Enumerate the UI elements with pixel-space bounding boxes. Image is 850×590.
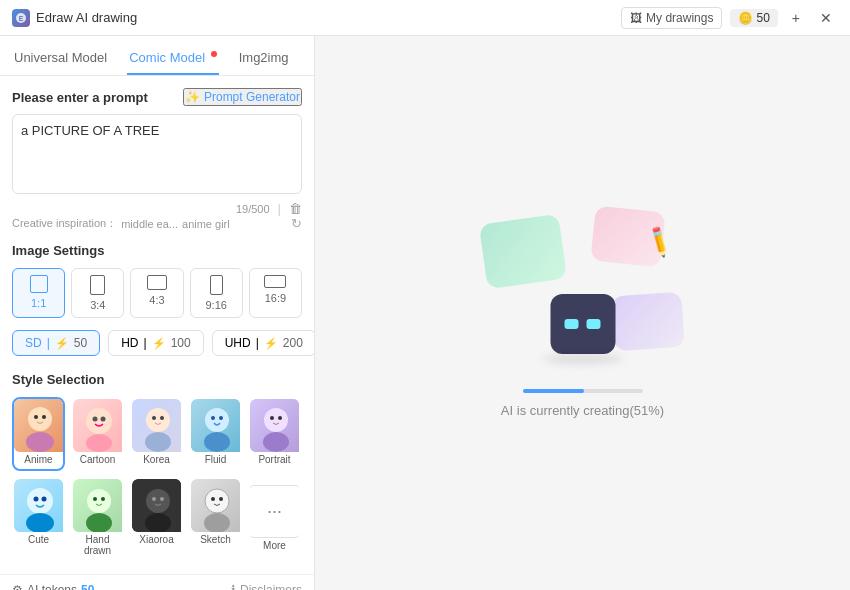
svg-point-18	[205, 408, 229, 432]
svg-point-45	[211, 497, 215, 501]
sd-lightning-icon: ⚡	[55, 337, 69, 350]
canvas-area: ✏️ AI is currently creating(51%)	[483, 209, 683, 418]
style-xiaoroa[interactable]: Xiaoroa	[130, 477, 183, 562]
prompt-label-row: Please enter a prompt ✨ Prompt Generator	[12, 88, 302, 106]
tab-img2img[interactable]: Img2img	[237, 44, 291, 75]
progress-section: AI is currently creating(51%)	[501, 389, 664, 418]
info-icon: ℹ	[231, 583, 236, 590]
titlebar: E Edraw AI drawing 🖼 My drawings 🪙 50 + …	[0, 0, 850, 36]
magic-icon: ✨	[185, 90, 200, 104]
ratio-9-16-icon	[210, 275, 223, 295]
clear-prompt-button[interactable]: 🗑	[289, 201, 302, 216]
svg-point-10	[93, 417, 98, 422]
tab-universal-model[interactable]: Universal Model	[12, 44, 109, 75]
ratio-3-4[interactable]: 3:4	[71, 268, 124, 318]
refresh-inspiration-button[interactable]: ↻	[291, 216, 302, 231]
ratio-16-9[interactable]: 16:9	[249, 268, 302, 318]
style-korea-label: Korea	[132, 452, 181, 469]
quality-uhd-button[interactable]: UHD | ⚡ 200	[212, 330, 315, 356]
svg-point-11	[101, 417, 106, 422]
svg-point-36	[101, 497, 105, 501]
inspiration-content: Creative inspiration： middle ea... anime…	[12, 216, 230, 231]
svg-point-3	[28, 407, 52, 431]
svg-point-25	[270, 416, 274, 420]
svg-point-30	[34, 497, 39, 502]
ai-tokens-icon: ⚙	[12, 583, 23, 590]
style-cartoon[interactable]: Cartoon	[71, 397, 124, 471]
svg-point-20	[211, 416, 215, 420]
style-sketch[interactable]: Sketch	[189, 477, 242, 562]
inspiration-tag-2[interactable]: anime girl	[182, 218, 230, 230]
style-portrait-img	[250, 399, 301, 452]
more-label: More	[263, 538, 286, 555]
style-xiaoroa-img	[132, 479, 183, 532]
svg-text:E: E	[19, 15, 24, 22]
quality-sd-button[interactable]: SD | ⚡ 50	[12, 330, 100, 356]
hd-lightning-icon: ⚡	[152, 337, 166, 350]
robot-body	[550, 294, 615, 354]
panel-content: Please enter a prompt ✨ Prompt Generator…	[0, 76, 314, 574]
style-fluid-img	[191, 399, 242, 452]
inspiration-tag-1[interactable]: middle ea...	[121, 218, 178, 230]
ratio-4-3[interactable]: 4:3	[130, 268, 183, 318]
svg-point-21	[219, 416, 223, 420]
inspiration-prefix: Creative inspiration：	[12, 216, 117, 231]
ratio-4-3-icon	[147, 275, 167, 290]
style-anime[interactable]: Anime	[12, 397, 65, 471]
robot-illustration: ✏️	[483, 209, 683, 369]
right-panel: ✏️ AI is currently creating(51%)	[315, 36, 850, 590]
style-cute[interactable]: Cute	[12, 477, 65, 562]
more-styles-item[interactable]: ···	[248, 485, 301, 538]
svg-point-28	[27, 488, 53, 514]
svg-point-38	[146, 489, 170, 513]
style-handdrawn[interactable]: Hand drawn	[71, 477, 124, 562]
left-panel: Universal Model Comic Model Img2img Plea…	[0, 36, 315, 590]
ai-token-count: 50	[81, 583, 94, 590]
ratio-1-1-icon	[30, 275, 48, 293]
svg-point-4	[26, 432, 54, 452]
svg-point-35	[93, 497, 97, 501]
style-anime-label: Anime	[14, 452, 63, 469]
close-button[interactable]: ✕	[814, 8, 838, 28]
card-purple	[611, 291, 685, 351]
add-button[interactable]: +	[786, 8, 806, 28]
ratio-9-16[interactable]: 9:16	[190, 268, 243, 318]
panel-footer: ⚙ AI tokens 50 ℹ Disclaimers	[0, 574, 314, 590]
style-cartoon-label: Cartoon	[73, 452, 122, 469]
svg-point-31	[42, 497, 47, 502]
my-drawings-button[interactable]: 🖼 My drawings	[621, 7, 722, 29]
ratio-1-1[interactable]: 1:1	[12, 268, 65, 318]
style-fluid-label: Fluid	[191, 452, 240, 469]
main-layout: Universal Model Comic Model Img2img Plea…	[0, 36, 850, 590]
robot-eye-left	[565, 319, 579, 329]
prompt-input[interactable]: a PICTURE OF A TREE	[12, 114, 302, 194]
style-portrait-label: Portrait	[250, 452, 299, 469]
drawings-icon: 🖼	[630, 11, 642, 25]
svg-point-5	[34, 415, 38, 419]
style-korea[interactable]: Korea	[130, 397, 183, 471]
style-portrait[interactable]: Portrait	[248, 397, 301, 471]
tab-bar: Universal Model Comic Model Img2img	[0, 36, 314, 76]
style-handdrawn-img	[73, 479, 124, 532]
svg-point-13	[146, 408, 170, 432]
progress-bar-container	[523, 389, 643, 393]
svg-point-9	[86, 434, 112, 452]
ratio-16-9-icon	[264, 275, 286, 288]
svg-point-23	[264, 408, 288, 432]
prompt-generator-button[interactable]: ✨ Prompt Generator	[183, 88, 302, 106]
style-anime-img	[14, 399, 65, 452]
style-fluid[interactable]: Fluid	[189, 397, 242, 471]
token-icon: 🪙	[738, 11, 753, 25]
more-dots-icon: ···	[267, 502, 282, 520]
disclaimers-button[interactable]: ℹ Disclaimers	[231, 583, 302, 590]
app-title: Edraw AI drawing	[36, 10, 137, 25]
textarea-footer: 19/500 | 🗑	[12, 201, 302, 216]
image-settings-title: Image Settings	[12, 243, 302, 258]
svg-point-26	[278, 416, 282, 420]
style-more[interactable]: ··· More	[248, 477, 301, 562]
progress-bar-fill	[523, 389, 584, 393]
svg-point-33	[87, 489, 111, 513]
quality-hd-button[interactable]: HD | ⚡ 100	[108, 330, 204, 356]
ai-tokens-info: ⚙ AI tokens 50	[12, 583, 94, 590]
tab-comic-model[interactable]: Comic Model	[127, 44, 218, 75]
